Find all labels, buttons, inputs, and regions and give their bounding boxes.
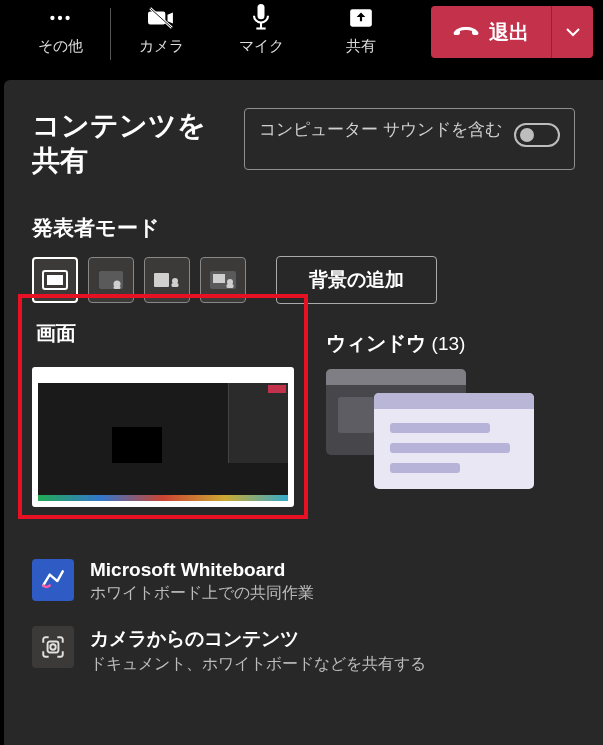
chevron-down-icon bbox=[565, 27, 581, 37]
panel-header: コンテンツを共有 コンピューター サウンドを含む bbox=[32, 108, 575, 178]
window-column: ウィンドウ (13) bbox=[326, 330, 575, 519]
svg-rect-5 bbox=[258, 4, 265, 19]
toolbar-left-group: その他 カメラ マイク 共有 bbox=[10, 0, 411, 80]
meeting-toolbar: その他 カメラ マイク 共有 退出 bbox=[0, 0, 603, 80]
whiteboard-option[interactable]: Microsoft Whiteboard ホワイトボード上での共同作業 bbox=[32, 559, 575, 604]
camera-off-icon bbox=[148, 5, 174, 31]
whiteboard-subtitle: ホワイトボード上での共同作業 bbox=[90, 583, 314, 604]
add-background-label: 背景の追加 bbox=[309, 269, 404, 290]
mic-icon bbox=[248, 5, 274, 31]
svg-point-2 bbox=[65, 15, 69, 19]
panel-title: コンテンツを共有 bbox=[32, 108, 232, 178]
screen-label: 画面 bbox=[32, 320, 294, 347]
svg-rect-10 bbox=[47, 275, 63, 285]
screen-highlight: 画面 bbox=[18, 294, 308, 519]
camera-content-icon bbox=[32, 626, 74, 668]
svg-point-1 bbox=[58, 15, 62, 19]
share-label: 共有 bbox=[346, 37, 376, 56]
include-sound-label: コンピューター サウンドを含む bbox=[259, 119, 504, 141]
window-header: ウィンドウ (13) bbox=[326, 330, 575, 357]
share-options-list: Microsoft Whiteboard ホワイトボード上での共同作業 カメラか… bbox=[32, 559, 575, 675]
svg-point-22 bbox=[50, 644, 55, 649]
leave-button-group: 退出 bbox=[431, 0, 593, 58]
ellipsis-icon bbox=[47, 5, 73, 31]
share-button[interactable]: 共有 bbox=[311, 0, 411, 60]
svg-point-0 bbox=[50, 15, 54, 19]
mic-button[interactable]: マイク bbox=[211, 0, 311, 60]
camera-content-title: カメラからのコンテンツ bbox=[90, 626, 426, 652]
mic-label: マイク bbox=[239, 37, 284, 56]
leave-label: 退出 bbox=[489, 19, 529, 46]
svg-rect-21 bbox=[48, 642, 59, 653]
svg-rect-18 bbox=[213, 274, 225, 283]
leave-button[interactable]: 退出 bbox=[431, 6, 551, 58]
whiteboard-title: Microsoft Whiteboard bbox=[90, 559, 314, 581]
camera-content-subtitle: ドキュメント、ホワイトボードなどを共有する bbox=[90, 654, 426, 675]
include-computer-sound-toggle[interactable]: コンピューター サウンドを含む bbox=[244, 108, 575, 170]
more-button[interactable]: その他 bbox=[10, 0, 110, 60]
camera-content-text: カメラからのコンテンツ ドキュメント、ホワイトボードなどを共有する bbox=[90, 626, 426, 675]
camera-content-option[interactable]: カメラからのコンテンツ ドキュメント、ホワイトボードなどを共有する bbox=[32, 626, 575, 675]
share-source-row: 画面 ウィンドウ (13) bbox=[32, 330, 575, 519]
presenter-mode-title: 発表者モード bbox=[32, 214, 575, 242]
screen-thumbnail[interactable] bbox=[32, 367, 294, 507]
hangup-icon bbox=[453, 23, 479, 41]
window-label: ウィンドウ bbox=[326, 332, 426, 354]
window-thumbnail[interactable] bbox=[326, 369, 546, 489]
svg-rect-14 bbox=[154, 273, 169, 287]
share-icon bbox=[348, 5, 374, 31]
camera-button[interactable]: カメラ bbox=[111, 0, 211, 60]
screen-column: 画面 bbox=[32, 330, 308, 519]
whiteboard-icon bbox=[32, 559, 74, 601]
svg-rect-13 bbox=[114, 286, 121, 289]
toggle-off-icon bbox=[514, 123, 560, 147]
more-label: その他 bbox=[38, 37, 83, 56]
svg-rect-20 bbox=[227, 284, 234, 288]
share-content-panel: コンテンツを共有 コンピューター サウンドを含む 発表者モード 背景の追加 画面 bbox=[4, 80, 603, 745]
window-count: (13) bbox=[432, 333, 466, 354]
leave-dropdown-button[interactable] bbox=[551, 6, 593, 58]
svg-rect-16 bbox=[172, 283, 179, 287]
whiteboard-text: Microsoft Whiteboard ホワイトボード上での共同作業 bbox=[90, 559, 314, 604]
camera-label: カメラ bbox=[139, 37, 184, 56]
